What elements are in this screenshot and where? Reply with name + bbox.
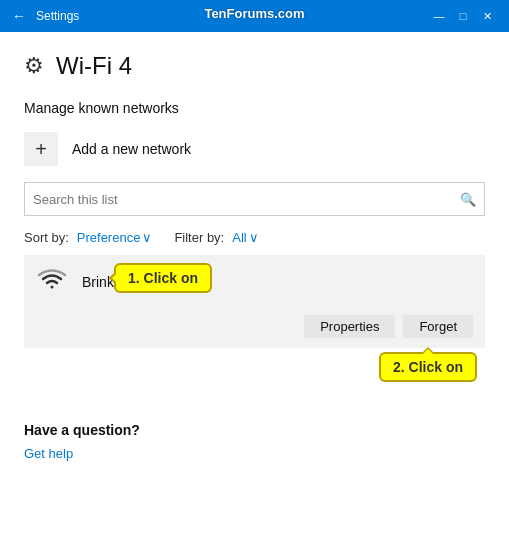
wifi-signal-icon [36,265,68,299]
add-network-row: + Add a new network [24,132,485,166]
close-button[interactable]: ✕ [477,6,497,26]
properties-button[interactable]: Properties [304,315,395,338]
sort-chevron-icon: ∨ [142,230,152,245]
title-bar: ← Settings TenForums.com — □ ✕ [0,0,509,32]
main-content: ⚙ Wi-Fi 4 Manage known networks + Add a … [0,32,509,402]
forget-button[interactable]: Forget [403,315,473,338]
page-title: Wi-Fi 4 [56,52,132,80]
sort-label: Sort by: [24,230,69,245]
title-bar-label: Settings [36,9,79,23]
help-section: Have a question? Get help [0,402,509,462]
back-button[interactable]: ← [12,8,26,24]
callout-1: 1. Click on [114,263,212,293]
callout-2-wrapper: 2. Click on [24,352,485,382]
search-input[interactable] [33,192,460,207]
get-help-link[interactable]: Get help [24,446,73,461]
help-title: Have a question? [24,422,485,438]
filter-row: Sort by: Preference ∨ Filter by: All ∨ [24,230,485,245]
window-controls: — □ ✕ [429,6,497,26]
sort-value[interactable]: Preference ∨ [77,230,153,245]
maximize-button[interactable]: □ [453,6,473,26]
sort-value-text: Preference [77,230,141,245]
wifi-settings-icon: ⚙ [24,53,44,79]
add-network-label: Add a new network [72,141,191,157]
filter-value-text: All [232,230,246,245]
section-title: Manage known networks [24,100,485,116]
page-header: ⚙ Wi-Fi 4 [24,52,485,80]
search-icon: 🔍 [460,192,476,207]
search-box[interactable]: 🔍 [24,182,485,216]
filter-chevron-icon: ∨ [249,230,259,245]
callout-2: 2. Click on [379,352,477,382]
network-item[interactable]: Brink-Router2 1. Click on Properties For… [24,255,485,348]
filter-label: Filter by: [174,230,224,245]
network-item-top[interactable]: Brink-Router2 1. Click on [24,255,485,309]
minimize-button[interactable]: — [429,6,449,26]
watermark: TenForums.com [204,6,304,21]
filter-value[interactable]: All ∨ [232,230,258,245]
add-network-button[interactable]: + [24,132,58,166]
network-buttons: Properties Forget [24,309,485,348]
